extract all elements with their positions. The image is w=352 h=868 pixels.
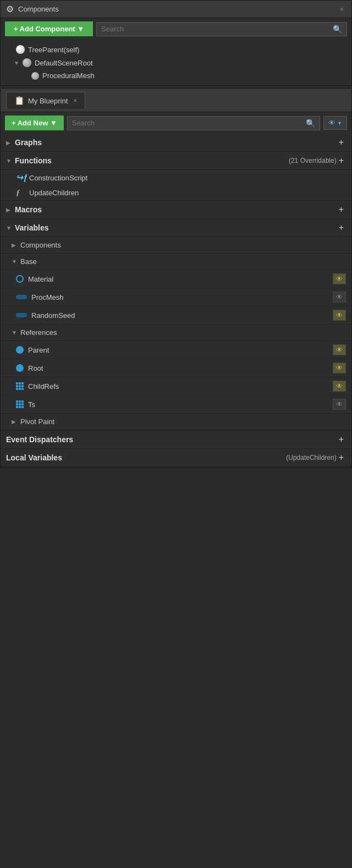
- functions-sublabel: (21 Overridable): [289, 157, 337, 164]
- var-item-parent[interactable]: Parent 👁: [1, 341, 351, 359]
- variables-references-arrow: ▼: [12, 329, 18, 336]
- var-icon-procmesh: [16, 295, 27, 299]
- variables-base-label: Base: [20, 257, 346, 266]
- var-label-root: Root: [28, 364, 328, 372]
- var-icon-childrefs: [16, 382, 24, 390]
- components-panel: ⚙ Components × + Add Component ▼ 🔍 TreeP…: [0, 0, 352, 86]
- section-variables-base[interactable]: ▼ Base: [1, 254, 351, 270]
- var-label-parent: Parent: [28, 346, 328, 354]
- var-item-root[interactable]: Root 👁: [1, 359, 351, 377]
- var-label-childrefs: ChildRefs: [28, 382, 328, 391]
- tree-label-proceduralmesh: ProceduralMesh: [42, 72, 95, 80]
- blueprint-panel-header: 📋 My Blueprint ×: [1, 89, 351, 112]
- var-eye-parent[interactable]: 👁: [333, 344, 346, 355]
- var-item-ts[interactable]: Ts 👁: [1, 395, 351, 414]
- section-macros[interactable]: ▶ Macros +: [1, 201, 351, 219]
- var-eye-randomseed[interactable]: 👁: [333, 310, 346, 321]
- var-eye-procmesh[interactable]: 👁: [333, 292, 346, 303]
- var-item-material[interactable]: Material 👁: [1, 270, 351, 288]
- blueprint-tab-title: My Blueprint: [28, 97, 68, 105]
- func-label-updatechildren: UpdateChildren: [29, 189, 79, 197]
- variables-pivotpaint-label: Pivot Paint: [20, 417, 346, 426]
- var-label-procmesh: ProcMesh: [31, 293, 328, 301]
- var-eye-ts[interactable]: 👁: [333, 399, 346, 410]
- var-label-material: Material: [28, 275, 328, 283]
- blueprint-search-icon: 🔍: [306, 119, 315, 128]
- var-eye-childrefs[interactable]: 👁: [333, 381, 346, 392]
- variables-label: Variables: [15, 223, 337, 232]
- tree-label-defaultsceneroot: DefaultSceneRoot: [35, 59, 93, 67]
- var-icon-ts: [16, 400, 24, 408]
- components-close-button[interactable]: ×: [338, 6, 346, 13]
- components-panel-title: Components: [18, 5, 333, 13]
- event-dispatchers-add-button[interactable]: +: [337, 435, 346, 444]
- blueprint-panel: 📋 My Blueprint × + Add New ▼ 🔍 👁 ▼ ▶ Gra…: [0, 88, 352, 468]
- section-graphs[interactable]: ▶ Graphs +: [1, 134, 351, 152]
- variables-components-arrow: ▶: [12, 242, 18, 248]
- func-item-updatechildren[interactable]: ƒ UpdateChildren: [1, 185, 351, 200]
- variables-references-label: References: [20, 328, 346, 337]
- macros-arrow: ▶: [6, 207, 13, 213]
- blueprint-search-input[interactable]: [72, 119, 302, 127]
- var-item-procmesh[interactable]: ProcMesh 👁: [1, 288, 351, 306]
- variables-pivotpaint-arrow: ▶: [12, 419, 18, 425]
- blueprint-tab[interactable]: 📋 My Blueprint ×: [6, 92, 85, 109]
- var-icon-root: [16, 364, 24, 372]
- graphs-add-button[interactable]: +: [337, 138, 346, 147]
- components-search-icon: 🔍: [333, 25, 342, 34]
- var-icon-randomseed: [16, 313, 27, 317]
- eye-visibility-button[interactable]: 👁 ▼: [323, 116, 347, 130]
- section-variables[interactable]: ▼ Variables +: [1, 219, 351, 237]
- eye-symbol-ts: 👁: [336, 400, 343, 408]
- local-variables-label: Local Variables: [6, 453, 283, 462]
- var-item-childrefs[interactable]: ChildRefs 👁: [1, 377, 351, 395]
- tree-item-treeparent[interactable]: TreeParent(self): [1, 43, 351, 56]
- eye-icon: 👁: [328, 119, 336, 127]
- tree-label-treeparent: TreeParent(self): [28, 46, 79, 54]
- section-functions[interactable]: ▼ Functions (21 Overridable) +: [1, 152, 351, 170]
- section-variables-components[interactable]: ▶ Components: [1, 237, 351, 254]
- section-variables-references[interactable]: ▼ References: [1, 325, 351, 341]
- graphs-arrow: ▶: [6, 140, 13, 146]
- tree-item-defaultsceneroot[interactable]: ▼ DefaultSceneRoot: [1, 56, 351, 69]
- macros-label: Macros: [15, 205, 337, 214]
- var-item-randomseed[interactable]: RandomSeed 👁: [1, 306, 351, 325]
- var-icon-parent: [16, 346, 24, 354]
- variables-components-label: Components: [20, 241, 346, 249]
- eye-symbol-material: 👁: [336, 275, 343, 283]
- variables-arrow: ▼: [6, 225, 13, 231]
- var-eye-root[interactable]: 👁: [333, 362, 346, 373]
- var-eye-material[interactable]: 👁: [333, 273, 346, 284]
- components-search-input[interactable]: [101, 25, 329, 33]
- functions-add-button[interactable]: +: [337, 156, 346, 166]
- blueprint-tab-close[interactable]: ×: [73, 97, 77, 105]
- section-event-dispatchers[interactable]: Event Dispatchers +: [1, 431, 351, 449]
- func-item-constructionscript[interactable]: ↪ƒ ConstructionScript: [1, 170, 351, 185]
- macros-add-button[interactable]: +: [337, 205, 346, 215]
- section-local-variables[interactable]: Local Variables (UpdateChildren) +: [1, 449, 351, 467]
- blueprint-toolbar: + Add New ▼ 🔍 👁 ▼: [1, 112, 351, 134]
- graphs-label: Graphs: [15, 138, 337, 147]
- component-tree: TreeParent(self) ▼ DefaultSceneRoot Proc…: [1, 40, 351, 85]
- var-label-ts: Ts: [28, 400, 328, 409]
- var-label-randomseed: RandomSeed: [31, 311, 328, 320]
- tree-item-proceduralmesh[interactable]: ProceduralMesh: [1, 69, 351, 82]
- eye-symbol-root: 👁: [336, 364, 343, 372]
- components-panel-header: ⚙ Components ×: [1, 1, 351, 18]
- sphere-icon-proceduralmesh: [31, 72, 39, 80]
- construction-script-icon: ↪ƒ: [16, 173, 26, 183]
- local-variables-add-button[interactable]: +: [337, 453, 346, 463]
- eye-symbol-procmesh: 👁: [336, 293, 343, 301]
- tree-arrow-defaultsceneroot: ▼: [14, 60, 19, 66]
- functions-arrow: ▼: [6, 158, 13, 164]
- section-variables-pivotpaint[interactable]: ▶ Pivot Paint: [1, 414, 351, 430]
- blueprint-book-icon: 📋: [14, 96, 25, 106]
- blueprint-search-box: 🔍: [67, 116, 320, 130]
- add-component-button[interactable]: + Add Component ▼: [5, 21, 93, 36]
- variables-add-button[interactable]: +: [337, 223, 346, 233]
- local-variables-sublabel: (UpdateChildren): [286, 454, 336, 462]
- event-dispatchers-label: Event Dispatchers: [6, 435, 337, 444]
- add-new-button[interactable]: + Add New ▼: [5, 116, 64, 130]
- sphere-icon-defaultsceneroot: [23, 58, 31, 67]
- components-toolbar: + Add Component ▼ 🔍: [1, 18, 351, 40]
